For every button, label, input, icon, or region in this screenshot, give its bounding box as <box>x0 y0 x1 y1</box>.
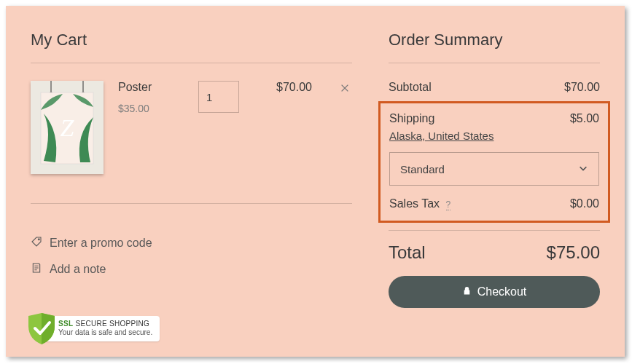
remove-item-button[interactable] <box>338 81 352 95</box>
total-value: $75.00 <box>547 242 600 263</box>
item-info: Poster $35.00 <box>118 81 184 114</box>
shipping-value: $5.00 <box>570 112 599 125</box>
shield-icon <box>26 312 57 345</box>
shipping-tax-highlight: Shipping $5.00 Alaska, United States Sta… <box>378 101 610 223</box>
cart-links: Enter a promo code Add a note <box>31 236 352 288</box>
ssl-badge: SSL SECURE SHOPPING Your data is safe an… <box>26 312 160 345</box>
item-line-total: $70.00 <box>261 81 312 94</box>
divider <box>31 203 352 204</box>
shipping-method-value: Standard <box>400 163 445 175</box>
note-icon <box>31 262 42 277</box>
item-name: Poster <box>118 81 184 94</box>
chevron-down-icon <box>578 163 588 175</box>
cart-title: My Cart <box>31 31 352 50</box>
total-label: Total <box>389 242 426 263</box>
product-thumbnail[interactable]: Z <box>31 81 104 174</box>
tax-label-wrap: Sales Tax ? <box>389 197 450 210</box>
tax-help-icon[interactable]: ? <box>446 199 451 210</box>
tax-label: Sales Tax <box>389 197 440 210</box>
lock-icon <box>462 285 472 298</box>
checkout-button[interactable]: Checkout <box>389 276 600 308</box>
divider <box>389 63 600 63</box>
ssl-line1: SSL SECURE SHOPPING <box>58 320 152 329</box>
checkout-label: Checkout <box>477 285 527 298</box>
tax-row: Sales Tax ? $0.00 <box>389 197 599 210</box>
subtotal-value: $70.00 <box>564 81 600 94</box>
item-unit-price: $35.00 <box>118 103 184 114</box>
shipping-label: Shipping <box>389 112 434 125</box>
ssl-text: SSL SECURE SHOPPING Your data is safe an… <box>42 316 160 341</box>
cart-item-row: Z Poster $35.00 $70.00 <box>31 81 352 174</box>
cart-page: My Cart <box>6 6 625 357</box>
ssl-line2: Your data is safe and secure. <box>58 328 152 338</box>
shipping-method-select[interactable]: Standard <box>389 152 599 186</box>
divider <box>31 63 352 63</box>
add-note-link[interactable]: Add a note <box>31 262 352 277</box>
total-row: Total $75.00 <box>389 242 600 263</box>
cart-column: My Cart <box>31 31 352 342</box>
subtotal-row: Subtotal $70.00 <box>389 81 600 94</box>
tax-value: $0.00 <box>570 197 599 210</box>
divider <box>389 230 600 231</box>
order-summary-title: Order Summary <box>389 31 600 50</box>
promo-code-link[interactable]: Enter a promo code <box>31 236 352 250</box>
svg-point-8 <box>38 239 39 240</box>
shipping-destination-link[interactable]: Alaska, United States <box>389 130 493 142</box>
svg-text:Z: Z <box>61 114 75 141</box>
shipping-row: Shipping $5.00 <box>389 112 599 125</box>
promo-code-label: Enter a promo code <box>50 237 152 250</box>
quantity-input[interactable] <box>198 81 239 113</box>
tag-icon <box>31 236 42 250</box>
order-summary-column: Order Summary Subtotal $70.00 Shipping $… <box>389 31 600 342</box>
subtotal-label: Subtotal <box>389 81 432 94</box>
add-note-label: Add a note <box>50 263 106 276</box>
